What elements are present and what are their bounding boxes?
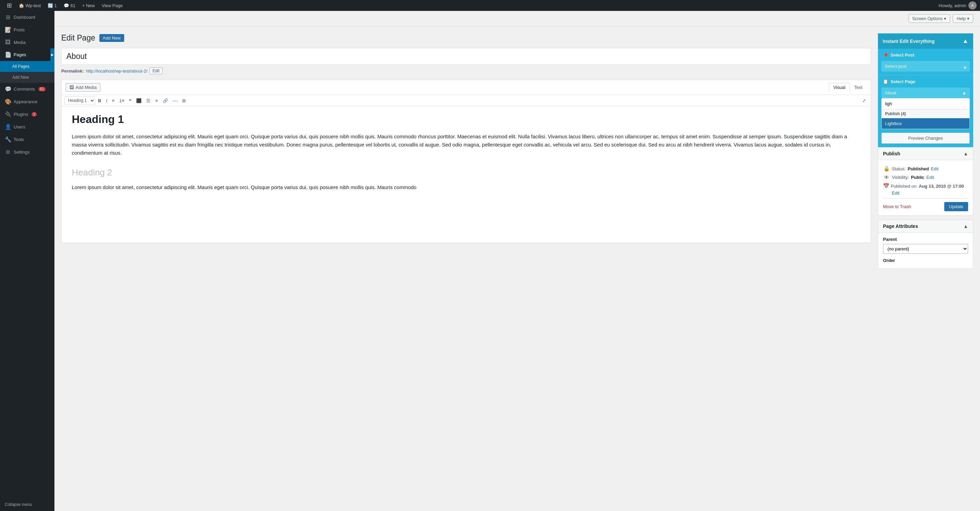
parent-select[interactable]: (no parent): [883, 244, 968, 254]
admin-bar-howdy[interactable]: Howdy, admin A: [939, 2, 977, 10]
dropdown-section-publish: Publish (4): [882, 109, 969, 118]
permalink-edit-button[interactable]: Edit: [150, 67, 163, 74]
site-name: Wp-test: [25, 3, 41, 8]
appearance-icon: 🎨: [5, 99, 11, 105]
status-edit-link[interactable]: Edit: [931, 166, 939, 171]
sidebar-item-label: Appearance: [14, 99, 37, 104]
page-attributes-body: Parent (no parent) Order: [878, 233, 973, 268]
published-edit-link[interactable]: Edit: [892, 190, 899, 196]
editor-tabs: Visual Text: [829, 83, 867, 92]
page-attributes-title: Page Attributes: [883, 224, 918, 229]
visibility-label: Visibility:: [892, 175, 909, 180]
order-label: Order: [883, 258, 968, 263]
parent-label: Parent: [883, 237, 968, 242]
published-date: Aug 13, 2010 @ 17:00: [919, 184, 964, 189]
admin-bar-view-page[interactable]: View Page: [98, 0, 126, 11]
screen-options-button[interactable]: Screen Options ▾: [908, 14, 950, 23]
more-button[interactable]: —: [171, 97, 179, 105]
help-button[interactable]: Help ▾: [953, 14, 973, 23]
admin-bar-site[interactable]: 🏠 Wp-test: [15, 0, 44, 11]
select-post-label: Select Post: [891, 53, 914, 57]
content-paragraph2: Lorem ipsum dolor sit amet, consectetur …: [72, 183, 861, 192]
tab-visual[interactable]: Visual: [829, 83, 850, 92]
sidebar-item-tools[interactable]: 🔧 Tools: [0, 133, 54, 146]
table-button[interactable]: ⊞: [180, 97, 188, 105]
collapse-menu[interactable]: Collapse menu: [0, 498, 54, 511]
admin-bar-new[interactable]: + New: [79, 0, 98, 11]
sidebar-item-posts[interactable]: 📝 Posts: [0, 24, 54, 36]
sidebar-item-plugins[interactable]: 🔌 Plugins 1: [0, 108, 54, 121]
sidebar-item-settings[interactable]: ⚙ Settings: [0, 146, 54, 158]
plugins-badge: 1: [32, 112, 37, 117]
blockquote-button[interactable]: ❝: [127, 97, 134, 105]
visibility-icon: 👁: [883, 174, 890, 180]
move-to-trash-link[interactable]: Move to Trash: [883, 204, 911, 209]
admin-bar-updates[interactable]: 🔄 1: [44, 0, 60, 11]
house-icon: 🏠: [19, 3, 24, 8]
align-center-button[interactable]: ☰: [144, 97, 153, 105]
select-post-dropdown[interactable]: Select post: [881, 61, 970, 72]
add-new-button[interactable]: Add New: [99, 34, 124, 42]
publish-panel-body: 🔒 Status: Published Edit 👁 Visibility: P…: [878, 160, 973, 215]
sidebar-item-pages[interactable]: 📄 Pages: [0, 48, 54, 61]
content-paragraph1: Lorem ipsum dolor sit amet, consectetur …: [72, 133, 861, 157]
publish-panel-header[interactable]: Publish ▲: [878, 147, 973, 160]
dropdown-item-lightbox[interactable]: Lightbox: [882, 118, 969, 129]
admin-bar-logo[interactable]: ⊞: [3, 0, 15, 11]
sidebar-item-appearance[interactable]: 🎨 Appearance: [0, 96, 54, 108]
ordered-list-button[interactable]: 1≡: [118, 97, 127, 105]
iee-page-display-button[interactable]: About ▲: [881, 88, 970, 98]
sidebar-item-comments[interactable]: 💬 Comments 81: [0, 83, 54, 96]
publish-panel: Publish ▲ 🔒 Status: Published Edit 👁 Vis…: [878, 147, 973, 216]
permalink-label: Permalink:: [61, 69, 84, 73]
plugins-icon: 🔌: [5, 111, 11, 118]
sidebar-item-dashboard[interactable]: ⊞ Dashboard: [0, 11, 54, 24]
iee-page-select-wrap: About ▲ Publish (4) Lightbox: [878, 88, 973, 129]
iee-toggle-icon: ▲: [962, 37, 969, 45]
calendar-icon: 📅: [883, 183, 889, 189]
sidebar-item-add-new-page[interactable]: Add New: [0, 72, 54, 83]
admin-bar-comments[interactable]: 💬 61: [60, 0, 79, 11]
sidebar-item-media[interactable]: 🖼 Media: [0, 36, 54, 48]
page-header: Edit Page Add New: [61, 34, 871, 43]
format-select[interactable]: Heading 1 Paragraph Heading 2 Heading 3: [64, 96, 95, 105]
editor-media-row: 🖼 Add Media Visual Text: [62, 80, 871, 95]
post-title-input[interactable]: [61, 48, 871, 65]
editor-content[interactable]: Heading 1 Lorem ipsum dolor sit amet, co…: [62, 106, 871, 243]
published-row: 📅 Published on: Aug 13, 2010 @ 17:00: [883, 182, 968, 190]
link-button[interactable]: 🔗: [161, 97, 170, 105]
page-search-input[interactable]: [882, 99, 969, 109]
sidebar-item-all-pages[interactable]: All Pages: [0, 61, 54, 72]
page-attributes-panel: Page Attributes ▲ Parent (no parent) Ord…: [878, 220, 973, 269]
sidebar-item-label: Pages: [14, 52, 26, 57]
unordered-list-button[interactable]: ≡: [110, 97, 117, 105]
pin-icon: 📌: [883, 52, 888, 57]
iee-panel-header[interactable]: Instant Edit Everything ▲: [878, 34, 973, 49]
select-page-label: Select Page: [891, 79, 915, 84]
chevron-down-icon: ▾: [944, 16, 946, 21]
page-attributes-header[interactable]: Page Attributes ▲: [878, 220, 973, 233]
align-left-button[interactable]: ⬛: [134, 97, 143, 105]
update-button[interactable]: Update: [944, 202, 968, 211]
sidebar-item-label: Comments: [14, 86, 35, 92]
add-media-button[interactable]: 🖼 Add Media: [66, 83, 100, 92]
tab-text[interactable]: Text: [850, 83, 867, 92]
iee-select-post-wrap: Select post ▼: [878, 61, 973, 75]
fullscreen-button[interactable]: ⤢: [860, 97, 868, 105]
view-page-label: View Page: [102, 3, 123, 8]
media-icon: 🖼: [5, 39, 11, 45]
visibility-edit-link[interactable]: Edit: [926, 175, 934, 180]
sidebar-item-users[interactable]: 👤 Users: [0, 121, 54, 133]
italic-button[interactable]: I: [104, 97, 109, 105]
pages-submenu: All Pages Add New: [0, 61, 54, 83]
status-label: Status:: [892, 166, 905, 171]
comments-count: 61: [70, 3, 75, 8]
new-label: + New: [82, 3, 95, 8]
align-right-button[interactable]: ≡: [153, 97, 160, 105]
settings-icon: ⚙: [5, 149, 11, 155]
preview-changes-button[interactable]: Preview Changes: [881, 133, 970, 144]
permalink-url[interactable]: http://localhost/wp-test/about-2/: [86, 69, 147, 73]
content-heading1: Heading 1: [72, 113, 861, 126]
publish-panel-title: Publish: [883, 151, 900, 156]
bold-button[interactable]: B: [96, 97, 103, 105]
